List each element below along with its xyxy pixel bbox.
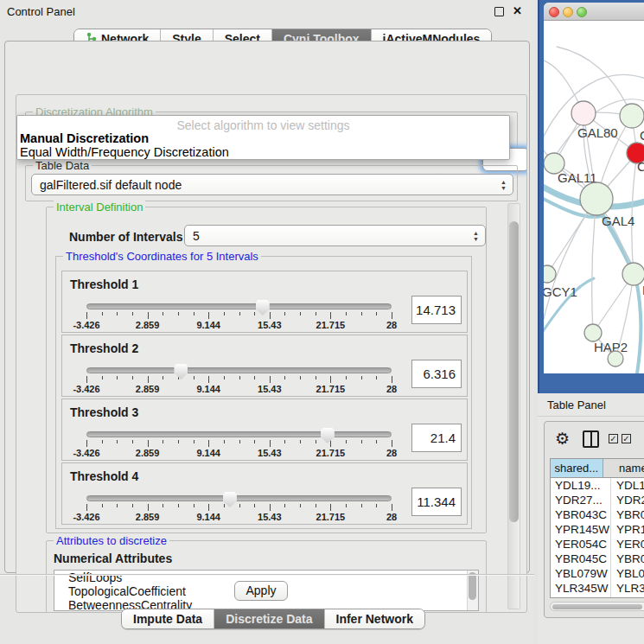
number-of-intervals-combobox[interactable]: 5 ▲▼ xyxy=(184,225,486,246)
table-row[interactable]: YDR27...YDR27 xyxy=(551,493,644,507)
threshold-slider[interactable]: -3.4262.8599.14415.4321.71528 xyxy=(86,335,392,398)
column-header-name[interactable]: name xyxy=(603,459,644,477)
tick-mark xyxy=(361,312,362,316)
cell-shared-name: YPR145W xyxy=(551,522,611,537)
slider-ticks xyxy=(86,376,392,384)
network-canvas[interactable]: GAL80GACGAL11GAL4GCY1HHAP2 xyxy=(544,21,644,373)
tick-mark xyxy=(132,376,133,379)
node-gal80[interactable] xyxy=(571,101,596,125)
table-horizontal-scrollbar[interactable] xyxy=(550,602,644,611)
tick-mark xyxy=(330,440,331,447)
bottom-tab-impute-data[interactable]: Impute Data xyxy=(122,609,214,628)
node-table[interactable]: shared... name YDL19...YDL19YDR27...YDR2… xyxy=(550,458,644,598)
content-scrollbar[interactable] xyxy=(507,203,520,609)
threshold-slider[interactable]: -3.4262.8599.14415.4321.71528 xyxy=(86,463,392,526)
table-row[interactable]: YER054CYER054C xyxy=(551,537,644,552)
table-row[interactable]: YPR145WYPR145W xyxy=(551,522,644,537)
node-gcy1[interactable] xyxy=(544,265,556,283)
column-header-shared-name[interactable]: shared... xyxy=(551,459,603,477)
apply-band: Apply xyxy=(0,574,534,609)
tick-label: 21.715 xyxy=(316,384,346,394)
cyni-outer-panel: Discretization Algorithm Select algorith… xyxy=(4,41,530,573)
discretize-tab-content: Discretization Algorithm Select algorith… xyxy=(16,94,527,613)
tick-mark xyxy=(224,376,225,379)
panel-title: Control Panel xyxy=(7,5,75,18)
table-row[interactable]: YBR043CYBR043C xyxy=(551,507,644,522)
tick-mark xyxy=(178,504,179,507)
apply-button[interactable]: Apply xyxy=(234,581,288,601)
threshold-slider[interactable]: -3.4262.8599.14415.4321.71528 xyxy=(86,271,392,334)
table-panel-titlebar: Table Panel xyxy=(538,393,644,417)
group-title: Interval Definition xyxy=(54,201,145,214)
tick-label: 9.144 xyxy=(196,448,220,458)
cell-name: YDL19 xyxy=(611,478,644,493)
threshold-slider[interactable]: -3.4262.8599.14415.4321.71528 xyxy=(86,399,392,462)
node-h[interactable] xyxy=(622,263,644,285)
split-columns-icon[interactable] xyxy=(583,430,599,448)
tick-mark xyxy=(194,504,194,507)
node-table-card: ⚙ ✓ ✓ shared... name YDL19...YDL19YDR27.… xyxy=(544,421,644,618)
minimize-traffic-light-icon[interactable] xyxy=(563,7,573,17)
dropdown-item-equal-width-frequency[interactable]: Equal Width/Frequency Discretization xyxy=(20,145,229,159)
bottom-tab-infer-network[interactable]: Infer Network xyxy=(325,609,424,628)
tick-mark xyxy=(148,440,149,447)
node-b[interactable] xyxy=(608,351,623,367)
cell-shared-name: YER054C xyxy=(551,537,611,552)
table-row[interactable]: YBL079WYBL079W xyxy=(551,566,644,581)
tick-mark xyxy=(346,376,347,379)
tick-mark xyxy=(346,504,347,507)
slider-track[interactable] xyxy=(86,303,392,309)
tick-mark xyxy=(284,504,285,507)
close-icon[interactable]: ✕ xyxy=(513,4,522,17)
tick-mark xyxy=(300,504,301,507)
scrollbar-thumb[interactable] xyxy=(552,604,642,609)
threshold-value-field[interactable]: 21.4 xyxy=(411,424,462,452)
tick-mark xyxy=(270,504,271,511)
table-data-group: Table Data galFiltered.sif default node … xyxy=(25,165,518,201)
network-window-titlebar xyxy=(544,3,644,21)
table-row[interactable]: YDL19...YDL19 xyxy=(551,478,644,493)
scrollbar-thumb[interactable] xyxy=(509,221,519,522)
tick-mark xyxy=(392,440,392,447)
table-row[interactable]: YLR345WYLR345W xyxy=(551,581,644,596)
threshold-value-field[interactable]: 11.344 xyxy=(411,488,462,516)
tab-label: Discretize Data xyxy=(226,612,312,626)
tick-label: 21.715 xyxy=(316,448,346,458)
checkbox-icon[interactable]: ✓ xyxy=(622,434,631,443)
cell-name: YPR145W xyxy=(611,522,644,537)
tick-mark xyxy=(376,312,377,316)
node-n2[interactable] xyxy=(620,104,644,128)
table-data-combobox[interactable]: galFiltered.sif default node ▲▼ xyxy=(31,174,513,195)
gear-icon[interactable]: ⚙ xyxy=(555,429,570,449)
checkbox-icon[interactable]: ✓ xyxy=(609,434,618,443)
combobox-value: 5 xyxy=(193,229,200,243)
table-row[interactable]: YBR045CYBR045C xyxy=(551,552,644,566)
node-gal4[interactable] xyxy=(580,182,613,215)
cell-name: YBL079W xyxy=(611,566,644,581)
threshold-value-field[interactable]: 6.316 xyxy=(411,360,462,388)
bottom-tab-bar: Impute DataDiscretize DataInfer Network xyxy=(121,609,425,629)
tick-mark xyxy=(102,504,103,507)
tab-label: Infer Network xyxy=(336,612,413,626)
tick-mark xyxy=(224,312,225,316)
slider-ticks xyxy=(86,504,392,512)
tick-mark xyxy=(163,504,163,507)
close-traffic-light-icon[interactable] xyxy=(549,7,559,17)
slider-track[interactable] xyxy=(86,431,392,437)
slider-tick-labels: -3.4262.8599.14415.4321.71528 xyxy=(86,512,392,522)
bottom-tab-discretize-data[interactable]: Discretize Data xyxy=(214,609,324,628)
slider-track[interactable] xyxy=(86,495,392,501)
tick-mark xyxy=(224,440,225,443)
tick-mark xyxy=(254,312,255,316)
network-graph: GAL80GACGAL11GAL4GCY1HHAP2 xyxy=(544,21,644,373)
tick-mark xyxy=(316,504,316,507)
tick-mark xyxy=(361,440,362,443)
node-hap2[interactable] xyxy=(584,324,602,341)
slider-track[interactable] xyxy=(86,367,392,373)
tick-label: 9.144 xyxy=(196,320,220,330)
dropdown-item-manual-discretization[interactable]: Manual Discretization xyxy=(20,131,149,145)
float-window-icon[interactable] xyxy=(494,7,504,16)
table-row[interactable]: YIL052CYIL052C xyxy=(551,596,644,598)
zoom-traffic-light-icon[interactable] xyxy=(577,7,587,17)
threshold-value-field[interactable]: 14.713 xyxy=(411,296,462,324)
